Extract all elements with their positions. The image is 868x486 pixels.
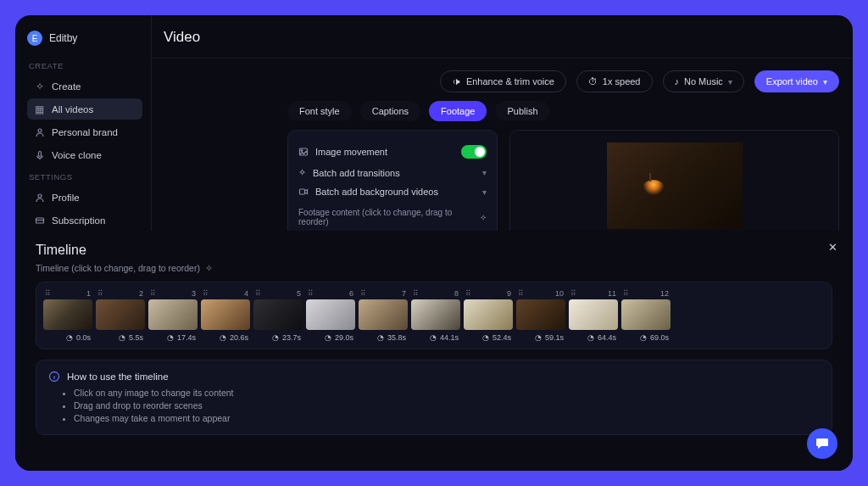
timeline-hint-text: Timeline (click to change, drag to reord… bbox=[36, 263, 200, 273]
timeline-clip[interactable]: ⠿12◔69.0s bbox=[621, 289, 670, 342]
clip-duration: 64.4s bbox=[598, 333, 616, 342]
timeline-clip[interactable]: ⠿3◔17.4s bbox=[148, 289, 198, 342]
svg-rect-1 bbox=[38, 151, 41, 156]
clip-index: 2 bbox=[139, 289, 143, 298]
clip-thumbnail bbox=[253, 299, 303, 330]
clip-duration: 0.0s bbox=[76, 333, 91, 342]
svg-point-5 bbox=[301, 150, 303, 152]
timeline-clip[interactable]: ⠿4◔20.6s bbox=[201, 289, 250, 342]
sparkle-icon: ✧ bbox=[480, 213, 487, 222]
music-select[interactable]: ♪ No Music ▾ bbox=[663, 70, 744, 92]
sidebar-item-label: Personal brand bbox=[52, 127, 118, 137]
timeline-clip[interactable]: ⠿1◔0.0s bbox=[43, 289, 92, 342]
sidebar-item-voice-clone[interactable]: Voice clone bbox=[27, 144, 142, 165]
tab-font-style[interactable]: Font style bbox=[287, 101, 352, 121]
clip-duration: 69.0s bbox=[650, 333, 669, 342]
enhance-voice-button[interactable]: 🕩 Enhance & trim voice bbox=[440, 70, 566, 92]
help-item: Changes may take a moment to appear bbox=[74, 413, 820, 423]
image-movement-toggle[interactable] bbox=[461, 145, 487, 159]
tab-row: Font style Captions Footage Publish bbox=[152, 101, 853, 130]
grip-icon: ⠿ bbox=[518, 290, 524, 298]
clip-thumbnail bbox=[411, 299, 460, 330]
svg-point-2 bbox=[38, 194, 42, 198]
tab-captions[interactable]: Captions bbox=[360, 101, 420, 121]
clip-thumbnail bbox=[306, 299, 355, 330]
clip-thumbnail bbox=[516, 299, 565, 330]
help-item: Click on any image to change its content bbox=[74, 388, 820, 398]
mic-icon bbox=[34, 149, 45, 160]
clip-index: 9 bbox=[507, 289, 511, 298]
timeline-hint: Timeline (click to change, drag to reord… bbox=[36, 263, 832, 273]
video-icon bbox=[298, 187, 309, 197]
timeline-title: Timeline bbox=[36, 243, 832, 258]
clip-thumbnail bbox=[96, 299, 145, 330]
image-icon bbox=[298, 147, 309, 157]
tab-footage[interactable]: Footage bbox=[429, 101, 487, 121]
svg-point-0 bbox=[38, 129, 42, 132]
image-movement-label: Image movement bbox=[315, 147, 387, 157]
timeline-clip[interactable]: ⠿10◔59.1s bbox=[516, 289, 565, 342]
close-icon[interactable]: ✕ bbox=[828, 241, 837, 254]
clip-thumbnail bbox=[359, 299, 408, 330]
sidebar-item-subscription[interactable]: Subscription bbox=[27, 209, 142, 231]
chat-fab[interactable] bbox=[807, 428, 837, 459]
user-icon bbox=[34, 126, 45, 137]
music-label: No Music bbox=[684, 76, 723, 87]
gauge-icon: ⏱ bbox=[588, 76, 598, 87]
clip-thumbnail bbox=[43, 299, 92, 330]
sidebar-item-all-videos[interactable]: ▦ All videos bbox=[27, 98, 142, 120]
wand-icon: ✧ bbox=[298, 167, 306, 178]
help-item: Drag and drop to reorder scenes bbox=[74, 400, 820, 411]
section-settings-label: SETTINGS bbox=[29, 172, 142, 182]
timeline-clip[interactable]: ⠿7◔35.8s bbox=[359, 289, 408, 342]
clock-icon: ◔ bbox=[640, 333, 647, 342]
sidebar-item-label: Profile bbox=[52, 193, 80, 203]
clock-icon: ◔ bbox=[535, 333, 542, 342]
grip-icon: ⠿ bbox=[413, 290, 419, 298]
timeline-clip[interactable]: ⠿11◔64.4s bbox=[569, 289, 618, 342]
card-icon bbox=[34, 215, 45, 226]
clip-index: 12 bbox=[660, 289, 669, 298]
timeline-clip[interactable]: ⠿2◔5.5s bbox=[96, 289, 145, 342]
sidebar-item-label: Create bbox=[52, 81, 81, 92]
export-video-button[interactable]: Export video ▾ bbox=[754, 70, 839, 92]
grip-icon: ⠿ bbox=[465, 290, 471, 298]
brand: E Editby bbox=[27, 31, 142, 46]
help-list: Click on any image to change its content… bbox=[48, 388, 820, 423]
batch-transitions-row[interactable]: ✧ Batch add transitions ▾ bbox=[298, 163, 487, 182]
image-movement-row: Image movement bbox=[298, 141, 487, 163]
export-label: Export video bbox=[766, 76, 818, 87]
chevron-down-icon: ▾ bbox=[728, 77, 732, 87]
grid-icon: ▦ bbox=[34, 103, 45, 115]
chevron-down-icon: ▾ bbox=[482, 168, 487, 177]
clock-icon: ◔ bbox=[587, 333, 594, 342]
speed-label: 1x speed bbox=[603, 76, 641, 87]
timeline-clip[interactable]: ⠿6◔29.0s bbox=[306, 289, 355, 342]
batch-bg-row[interactable]: Batch add background videos ▾ bbox=[298, 182, 487, 201]
speed-button[interactable]: ⏱ 1x speed bbox=[576, 70, 653, 92]
timeline-clip[interactable]: ⠿5◔23.7s bbox=[253, 289, 303, 342]
help-title-row: How to use the timeline bbox=[48, 371, 820, 383]
clock-icon: ◔ bbox=[220, 333, 226, 342]
sidebar-item-create[interactable]: ✧ Create bbox=[27, 75, 142, 97]
clip-index: 5 bbox=[297, 289, 301, 298]
clip-duration: 29.0s bbox=[335, 333, 353, 342]
clock-icon: ◔ bbox=[325, 333, 331, 342]
chevron-down-icon: ▾ bbox=[823, 77, 827, 87]
sidebar-item-profile[interactable]: Profile bbox=[27, 187, 142, 208]
clip-index: 6 bbox=[349, 289, 353, 298]
clip-index: 3 bbox=[192, 289, 196, 298]
footage-hint: Footage content (click to change, drag t… bbox=[298, 208, 487, 226]
clock-icon: ◔ bbox=[430, 333, 437, 342]
sidebar-item-personal-brand[interactable]: Personal brand bbox=[27, 121, 142, 142]
section-create-label: CREATE bbox=[29, 61, 142, 70]
timeline-clip[interactable]: ⠿8◔44.1s bbox=[411, 289, 460, 342]
clock-icon: ◔ bbox=[119, 333, 125, 342]
tab-publish[interactable]: Publish bbox=[495, 101, 549, 121]
clock-icon: ◔ bbox=[272, 333, 279, 342]
music-icon: ♪ bbox=[675, 76, 680, 87]
clock-icon: ◔ bbox=[167, 333, 174, 342]
timeline-clip[interactable]: ⠿9◔52.4s bbox=[464, 289, 513, 342]
sparkle-icon: ✧ bbox=[205, 263, 213, 273]
clip-index: 7 bbox=[402, 289, 406, 298]
